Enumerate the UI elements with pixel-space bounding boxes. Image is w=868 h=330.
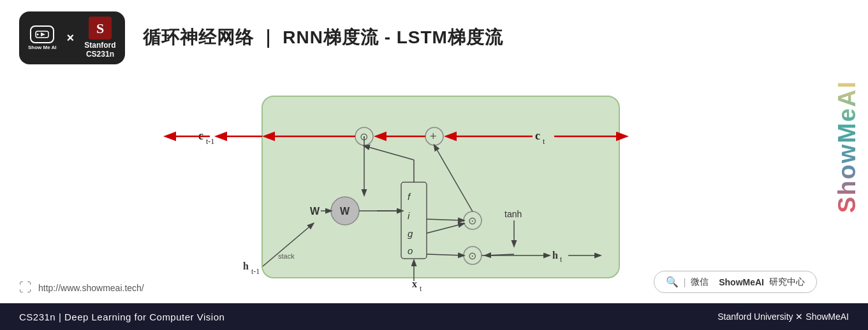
- search-label: 微信: [691, 276, 714, 288]
- svg-text:t: t: [420, 284, 422, 293]
- logo-svg: [35, 29, 49, 39]
- bottom-cs231n: CS231n: [19, 312, 55, 322]
- bottom-left: CS231n | Deep Learning for Computer Visi…: [19, 312, 224, 322]
- svg-text:W: W: [310, 206, 320, 217]
- svg-text:stack: stack: [278, 252, 295, 260]
- svg-text:tanh: tanh: [504, 209, 522, 219]
- search-icon: 🔍: [666, 276, 679, 288]
- logo-icon-box: [30, 25, 54, 43]
- logo-badge: Show Me Al × S Stanford CS231n: [19, 11, 125, 64]
- svg-text:⊙: ⊙: [468, 215, 476, 226]
- svg-text:x: x: [412, 278, 417, 289]
- url-text: http://www.showmeai.tech/: [38, 283, 144, 293]
- svg-point-2: [37, 33, 39, 35]
- showmeai-label: Show Me Al: [28, 45, 57, 50]
- stanford-text: Stanford CS231n: [84, 41, 115, 59]
- svg-text:h: h: [552, 250, 558, 261]
- svg-text:W: W: [340, 206, 350, 217]
- bottom-university: Stanford University ✕ ShowMeAI: [717, 312, 849, 322]
- svg-text:S: S: [96, 20, 104, 36]
- page-title: 循环神经网络 ｜ RNN梯度流 - LSTM梯度流: [143, 25, 503, 50]
- header: Show Me Al × S Stanford CS231n 循环神经网络 ｜ …: [0, 0, 868, 71]
- stanford-tree-icon: S: [89, 17, 112, 39]
- svg-text:t-1: t-1: [206, 137, 214, 146]
- cross-icon: ×: [67, 31, 75, 45]
- lstm-diagram: c t-1 c t ⊙ +: [160, 83, 709, 294]
- stanford-logo: S Stanford CS231n: [84, 17, 115, 59]
- svg-marker-1: [41, 32, 45, 36]
- svg-text:c: c: [535, 129, 540, 142]
- svg-text:g: g: [408, 228, 413, 239]
- search-box[interactable]: 🔍 | 微信 ShowMeAI 研究中心: [654, 271, 817, 293]
- showmeai-logo: Show Me Al: [28, 25, 57, 50]
- bottom-course-name: | Deep Learning for Computer Vision: [59, 312, 224, 322]
- svg-text:o: o: [408, 245, 413, 256]
- svg-text:t-1: t-1: [251, 267, 260, 276]
- svg-text:h: h: [243, 261, 249, 271]
- search-brand: ShowMeAI: [719, 277, 764, 287]
- watermark-text: ShowMeAI: [834, 80, 861, 213]
- bottom-bar: CS231n | Deep Learning for Computer Visi…: [0, 303, 868, 330]
- bottom-right: Stanford University ✕ ShowMeAI: [717, 312, 849, 322]
- svg-text:+: +: [430, 130, 437, 143]
- search-suffix: 研究中心: [769, 276, 805, 288]
- svg-text:⊙: ⊙: [468, 250, 476, 261]
- url-bar: ⛶ http://www.showmeai.tech/: [19, 280, 144, 295]
- watermark-right: ShowMeAI: [831, 6, 863, 287]
- svg-rect-5: [262, 96, 619, 278]
- search-divider: |: [684, 277, 686, 287]
- url-icon: ⛶: [19, 280, 32, 295]
